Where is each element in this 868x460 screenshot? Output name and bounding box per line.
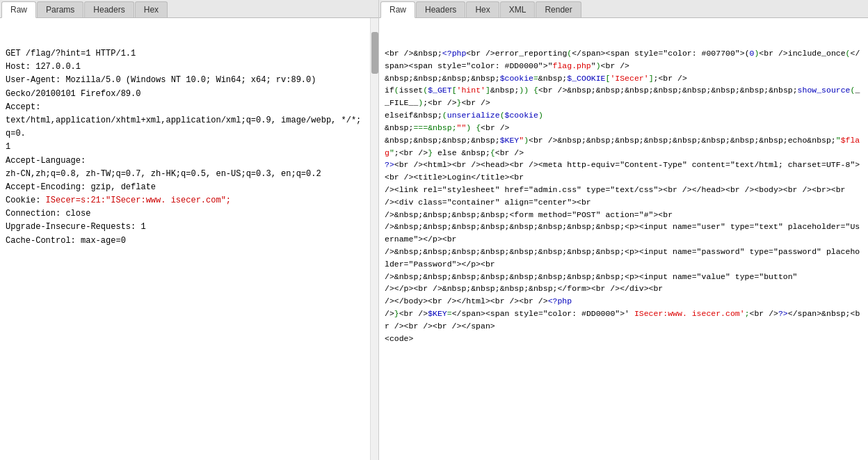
tab-params-left[interactable]: Params — [37, 1, 83, 17]
left-content-area[interactable]: GET /flag/?hint=1 HTTP/1.1 Host: 127.0.0… — [0, 18, 370, 460]
cookie-value: ISecer=s:21:"ISecer:www. isecer.com"; — [46, 196, 231, 205]
left-inner: GET /flag/?hint=1 HTTP/1.1 Host: 127.0.0… — [0, 18, 378, 460]
left-scrollbar[interactable] — [370, 18, 378, 460]
tab-render-right[interactable]: Render — [536, 1, 581, 17]
response-html-content: <br />&nbsp;<?php<br />error_reporting(<… — [385, 47, 862, 345]
right-content-area[interactable]: <br />&nbsp;<?php<br />error_reporting(<… — [379, 18, 868, 460]
tab-raw-left[interactable]: Raw — [1, 1, 36, 18]
right-tab-bar: Raw Headers Hex XML Render — [379, 0, 868, 18]
left-panel: Raw Params Headers Hex GET /flag/?hint=1… — [0, 0, 379, 460]
left-tab-bar: Raw Params Headers Hex — [0, 0, 378, 18]
tab-xml-right[interactable]: XML — [500, 1, 536, 17]
tab-headers-left[interactable]: Headers — [84, 1, 134, 17]
tab-hex-left[interactable]: Hex — [135, 1, 168, 17]
tab-headers-right[interactable]: Headers — [416, 1, 465, 17]
main-container: Raw Params Headers Hex GET /flag/?hint=1… — [0, 0, 868, 460]
tab-raw-right[interactable]: Raw — [380, 1, 415, 18]
http-request-text: GET /flag/?hint=1 HTTP/1.1 Host: 127.0.0… — [6, 47, 364, 248]
left-scrollbar-thumb[interactable] — [371, 32, 378, 74]
right-panel: Raw Headers Hex XML Render <br />&nbsp;<… — [379, 0, 868, 460]
tab-hex-right[interactable]: Hex — [466, 1, 499, 17]
